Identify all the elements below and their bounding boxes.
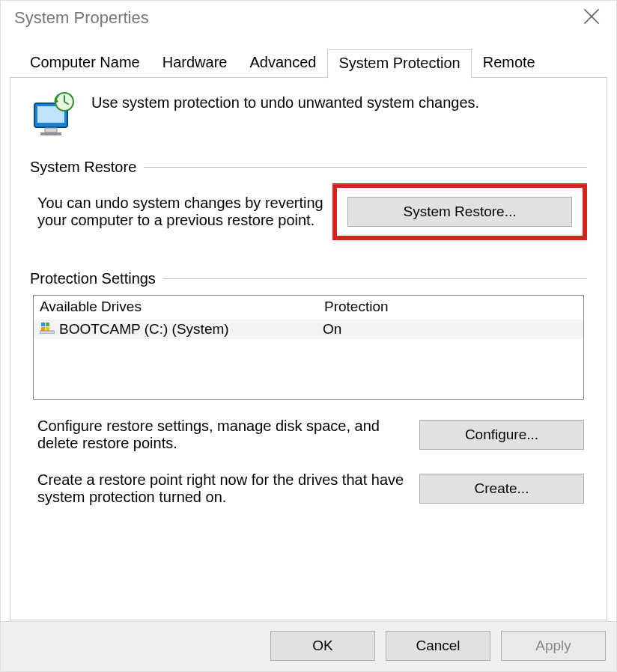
drive-status: On xyxy=(323,321,577,337)
system-protection-panel: Use system protection to undo unwanted s… xyxy=(10,77,607,620)
drives-header-status: Protection xyxy=(324,299,577,315)
svg-rect-10 xyxy=(41,327,45,331)
group-label: System Restore xyxy=(30,159,136,176)
close-icon[interactable] xyxy=(583,8,600,25)
system-restore-row: You can undo system changes by reverting… xyxy=(30,183,587,240)
highlight-box: System Restore... xyxy=(332,183,587,240)
system-restore-icon xyxy=(30,91,78,138)
drives-header-drive: Available Drives xyxy=(40,299,324,315)
window-title: System Properties xyxy=(14,8,149,28)
configure-text: Configure restore settings, manage disk … xyxy=(33,418,404,452)
svg-rect-8 xyxy=(41,323,45,326)
titlebar: System Properties xyxy=(1,1,616,35)
drives-header: Available Drives Protection xyxy=(34,296,583,320)
svg-rect-4 xyxy=(45,128,57,132)
group-label: Protection Settings xyxy=(30,270,156,287)
svg-rect-9 xyxy=(46,323,49,326)
apply-button[interactable]: Apply xyxy=(501,631,606,661)
svg-rect-5 xyxy=(40,132,61,135)
drives-table: Available Drives Protection BOOTCAMP (C:… xyxy=(33,295,584,400)
system-properties-window: System Properties Computer Name Hardware… xyxy=(0,0,617,672)
drive-icon xyxy=(40,321,55,337)
svg-rect-11 xyxy=(46,327,49,331)
divider xyxy=(163,278,587,279)
system-restore-text: You can undo system changes by reverting… xyxy=(30,195,326,229)
drive-name: BOOTCAMP (C:) (System) xyxy=(59,321,323,337)
tab-advanced[interactable]: Advanced xyxy=(238,49,327,78)
configure-row: Configure restore settings, manage disk … xyxy=(33,418,584,452)
create-row: Create a restore point right now for the… xyxy=(33,471,584,506)
table-row[interactable]: BOOTCAMP (C:) (System) On xyxy=(34,320,583,339)
dialog-footer: OK Cancel Apply xyxy=(1,621,616,671)
intro-text: Use system protection to undo unwanted s… xyxy=(91,91,479,112)
create-button[interactable]: Create... xyxy=(419,474,584,504)
divider xyxy=(144,167,587,168)
tab-remote[interactable]: Remote xyxy=(472,49,547,78)
group-protection-settings: Protection Settings xyxy=(30,270,587,287)
create-text: Create a restore point right now for the… xyxy=(33,471,404,506)
ok-button[interactable]: OK xyxy=(270,631,375,661)
group-system-restore: System Restore xyxy=(30,159,587,176)
intro-row: Use system protection to undo unwanted s… xyxy=(30,91,587,138)
tab-strip: Computer Name Hardware Advanced System P… xyxy=(1,35,616,78)
system-restore-button[interactable]: System Restore... xyxy=(347,197,572,227)
tab-hardware[interactable]: Hardware xyxy=(151,49,239,78)
tab-system-protection[interactable]: System Protection xyxy=(327,49,471,79)
tab-computer-name[interactable]: Computer Name xyxy=(19,49,151,78)
svg-rect-12 xyxy=(40,331,55,334)
cancel-button[interactable]: Cancel xyxy=(386,631,490,661)
configure-button[interactable]: Configure... xyxy=(419,420,584,450)
